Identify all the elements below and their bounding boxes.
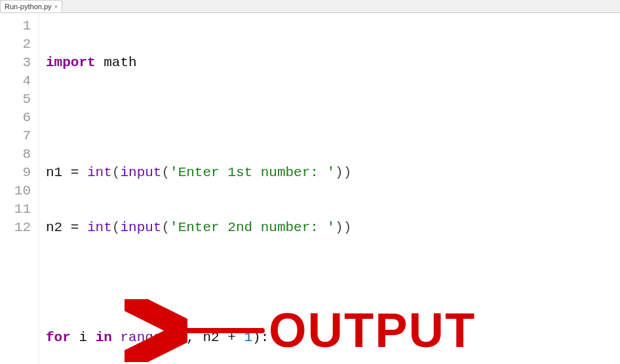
editor-tab[interactable]: Run-python.py × bbox=[0, 0, 62, 12]
code-line: for i in range(n1, n2 + 1): bbox=[46, 329, 613, 347]
line-number: 12 bbox=[7, 219, 31, 237]
line-number: 10 bbox=[7, 182, 31, 200]
line-gutter: 1 2 3 4 5 6 7 8 9 10 11 12 bbox=[0, 13, 39, 364]
code-line: n2 = int(input('Enter 2nd number: ')) bbox=[46, 219, 613, 237]
line-number: 4 bbox=[7, 72, 31, 90]
line-number: 5 bbox=[7, 90, 31, 109]
line-number: 3 bbox=[7, 54, 31, 72]
line-number: 7 bbox=[7, 127, 31, 145]
line-number: 11 bbox=[7, 200, 31, 219]
close-icon[interactable]: × bbox=[54, 3, 58, 10]
code-area[interactable]: import math n1 = int(input('Enter 1st nu… bbox=[39, 13, 620, 364]
editor-tab-label: Run-python.py bbox=[5, 3, 52, 10]
code-line bbox=[46, 109, 613, 127]
line-number: 8 bbox=[7, 145, 31, 164]
line-number: 9 bbox=[7, 164, 31, 182]
line-number: 1 bbox=[7, 17, 31, 35]
editor-tab-bar: Run-python.py × bbox=[0, 0, 620, 13]
line-number: 6 bbox=[7, 109, 31, 127]
code-line bbox=[46, 274, 613, 292]
line-number: 2 bbox=[7, 35, 31, 54]
code-line: n1 = int(input('Enter 1st number: ')) bbox=[46, 164, 613, 182]
code-line: import math bbox=[46, 54, 613, 72]
code-editor[interactable]: 1 2 3 4 5 6 7 8 9 10 11 12 import math n… bbox=[0, 13, 620, 364]
